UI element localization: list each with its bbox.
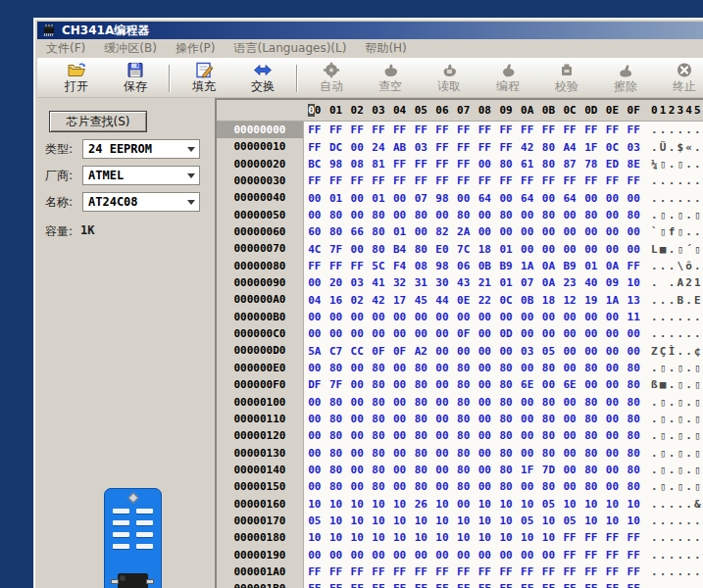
byte-cell[interactable]: 00 <box>304 276 326 289</box>
byte-cell[interactable]: 00 <box>475 209 496 221</box>
byte-cell[interactable]: 80 <box>495 158 517 171</box>
byte-cell[interactable]: FF <box>602 549 624 562</box>
byte-cell[interactable]: 00 <box>517 429 538 442</box>
byte-cell[interactable]: 80 <box>538 429 560 442</box>
byte-cell[interactable]: 00 <box>475 429 496 442</box>
chevron-down-icon[interactable] <box>187 200 195 205</box>
byte-cell[interactable]: 00 <box>538 243 560 256</box>
menu-item-3[interactable]: 语言(Languages)(L) <box>233 40 346 57</box>
byte-cell[interactable]: 08 <box>410 260 431 272</box>
byte-cell[interactable]: 10 <box>517 531 538 544</box>
byte-cell[interactable]: 80 <box>410 480 431 493</box>
byte-cell[interactable]: FF <box>453 565 475 578</box>
byte-cell[interactable]: FF <box>623 565 644 578</box>
byte-cell[interactable]: 10 <box>453 531 475 544</box>
fill-document-button[interactable]: 填充 <box>176 61 231 96</box>
byte-cell[interactable]: 00 <box>559 396 580 409</box>
byte-cell[interactable]: 61 <box>517 158 538 171</box>
byte-cell[interactable]: 00 <box>431 429 453 442</box>
byte-cell[interactable]: 00 <box>517 311 538 323</box>
byte-cell[interactable]: 80 <box>368 447 389 460</box>
byte-cell[interactable]: 10 <box>475 531 496 544</box>
byte-cell[interactable]: CC <box>346 345 368 358</box>
byte-cell[interactable]: 00 <box>623 327 644 340</box>
byte-cell[interactable]: FF <box>304 141 326 154</box>
byte-cell[interactable]: FF <box>602 174 624 187</box>
byte-cell[interactable]: A2 <box>410 345 431 358</box>
byte-cell[interactable]: 00 <box>431 480 453 493</box>
byte-cell[interactable]: 00 <box>453 192 475 205</box>
byte-cell[interactable]: FF <box>538 123 560 136</box>
byte-cell[interactable]: 00 <box>431 464 453 476</box>
byte-cell[interactable]: 00 <box>410 225 431 238</box>
byte-cell[interactable]: FF <box>517 582 538 588</box>
byte-cell[interactable]: 10 <box>346 514 368 527</box>
byte-cell[interactable]: 80 <box>368 243 389 256</box>
byte-cell[interactable]: 41 <box>368 276 389 289</box>
byte-cell[interactable]: 43 <box>453 276 475 289</box>
byte-cell[interactable]: 00 <box>389 549 411 562</box>
byte-cell[interactable]: 00 <box>475 549 496 562</box>
ascii-cell[interactable]: L■.▯´▯à|........ <box>651 243 703 256</box>
byte-cell[interactable]: 80 <box>580 413 602 425</box>
address-cell-00000150[interactable]: 00000150 <box>217 478 304 495</box>
ascii-cell[interactable]: ¼▯.▯.....▯a▯▯xí▯ <box>651 158 703 171</box>
byte-cell[interactable]: 00 <box>602 192 624 205</box>
byte-cell[interactable]: 0E <box>453 294 475 307</box>
byte-cell[interactable]: 80 <box>623 209 644 221</box>
byte-cell[interactable]: 00 <box>517 209 538 221</box>
address-cell-000001A0[interactable]: 000001A0 <box>217 564 304 580</box>
byte-cell[interactable]: 0D <box>495 327 517 340</box>
byte-cell[interactable]: 4C <box>304 243 326 256</box>
byte-cell[interactable]: 01 <box>495 276 517 289</box>
byte-cell[interactable]: 80 <box>538 362 560 374</box>
byte-cell[interactable]: FF <box>602 531 624 544</box>
byte-cell[interactable]: 00 <box>559 429 580 442</box>
save-floppy-button[interactable]: 保存 <box>108 61 163 96</box>
byte-cell[interactable]: 80 <box>453 378 475 391</box>
byte-cell[interactable]: 00 <box>346 362 368 374</box>
byte-cell[interactable]: 80 <box>623 464 644 476</box>
byte-cell[interactable]: 00 <box>389 429 411 442</box>
address-cell-00000040[interactable]: 00000040 <box>217 189 304 206</box>
byte-cell[interactable]: 00 <box>559 327 580 340</box>
byte-cell[interactable]: 8E <box>623 158 644 171</box>
byte-cell[interactable]: 00 <box>602 243 624 256</box>
byte-cell[interactable]: 10 <box>431 498 453 511</box>
byte-cell[interactable]: 80 <box>580 209 602 221</box>
byte-cell[interactable]: FF <box>559 174 580 187</box>
byte-cell[interactable]: FF <box>475 565 496 578</box>
byte-cell[interactable]: 00 <box>346 378 368 391</box>
byte-cell[interactable]: 01 <box>368 192 389 205</box>
byte-cell[interactable]: 00 <box>304 480 326 493</box>
byte-cell[interactable]: 00 <box>517 396 538 409</box>
byte-cell[interactable]: 00 <box>453 311 475 323</box>
byte-cell[interactable]: 00 <box>346 396 368 409</box>
byte-cell[interactable]: 00 <box>580 311 602 323</box>
byte-cell[interactable]: 0C <box>602 141 624 154</box>
byte-cell[interactable]: FF <box>495 174 517 187</box>
byte-cell[interactable]: 00 <box>559 311 580 323</box>
address-cell-00000090[interactable]: 00000090 <box>217 274 304 291</box>
ascii-cell[interactable]: .▯.▯.▯.▯.▯.▯.▯.▯ <box>651 396 703 409</box>
byte-cell[interactable]: FF <box>495 123 517 136</box>
ascii-cell[interactable]: .▯.▯.▯.▯.▯.▯.▯.▯ <box>651 480 703 493</box>
byte-cell[interactable]: 00 <box>475 158 496 171</box>
byte-cell[interactable]: 00 <box>602 362 624 374</box>
byte-cell[interactable]: 80 <box>410 378 431 391</box>
byte-cell[interactable]: FF <box>431 141 453 154</box>
ascii-cell[interactable]: .▯.▯.▯.▯.▯.▯.▯.▯ <box>651 413 703 425</box>
byte-cell[interactable]: 10 <box>326 498 347 511</box>
byte-cell[interactable]: 05 <box>559 514 580 527</box>
byte-cell[interactable]: 64 <box>559 192 580 205</box>
byte-cell[interactable]: 06 <box>453 260 475 272</box>
byte-cell[interactable]: FF <box>410 565 431 578</box>
byte-cell[interactable]: 64 <box>517 192 538 205</box>
byte-cell[interactable]: FF <box>326 582 347 588</box>
byte-cell[interactable]: 00 <box>475 362 496 374</box>
byte-cell[interactable]: 19 <box>580 294 602 307</box>
byte-cell[interactable]: 80 <box>453 362 475 374</box>
chip-field-combobox-0[interactable]: 24 EEPROM <box>82 139 200 159</box>
byte-cell[interactable]: FF <box>389 174 411 187</box>
byte-cell[interactable]: 00 <box>389 362 411 374</box>
